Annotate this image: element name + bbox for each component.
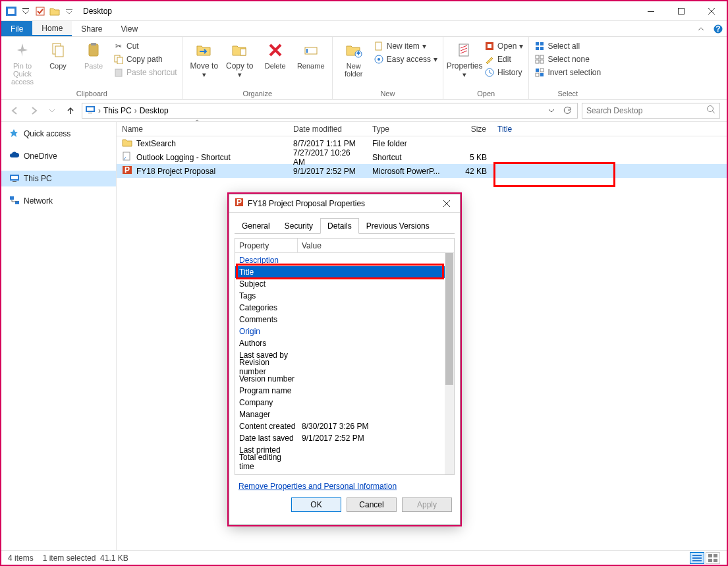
property-authors[interactable]: Authors [235, 337, 445, 349]
apply-button[interactable]: Apply [402, 497, 452, 512]
delete-button[interactable]: Delete [260, 40, 291, 70]
property-company[interactable]: Company [235, 397, 445, 409]
crumb-desktop[interactable]: Desktop [140, 106, 169, 115]
view-tab[interactable]: View [111, 21, 147, 36]
crumb-thispc[interactable]: This PC› [103, 106, 137, 115]
invert-selection-button[interactable]: Invert selection [534, 67, 601, 78]
property-revision-number[interactable]: Revision number [235, 361, 445, 373]
help-icon[interactable]: ? [710, 21, 727, 36]
minimize-button[interactable] [636, 1, 666, 21]
property-date-last-saved[interactable]: Date last saved9/1/2017 2:52 PM [235, 432, 445, 444]
tab-general[interactable]: General [235, 218, 277, 234]
copy-button[interactable]: Copy [42, 40, 74, 70]
svg-rect-2 [22, 8, 29, 9]
tab-details[interactable]: Details [320, 218, 359, 234]
new-folder-button[interactable]: ✦ New folder [338, 40, 370, 78]
tab-previous-versions[interactable]: Previous Versions [359, 218, 437, 234]
file-tab[interactable]: File [1, 21, 32, 36]
open-button[interactable]: Open ▾ [484, 41, 523, 51]
cancel-button[interactable]: Cancel [347, 497, 397, 512]
search-box[interactable] [582, 103, 720, 119]
remove-properties-link[interactable]: Remove Properties and Personal Informati… [238, 482, 451, 491]
details-col-value[interactable]: Value [298, 239, 454, 252]
group-select: Select all Select none Invert selection … [529, 37, 606, 99]
refresh-button[interactable] [560, 103, 574, 118]
up-button[interactable] [63, 103, 78, 118]
copy-path-button[interactable]: Copy path [113, 54, 177, 65]
property-total-editing-time[interactable]: Total editing time [235, 456, 445, 468]
invert-selection-icon [534, 67, 545, 78]
titlebar: Desktop [1, 1, 727, 21]
details-view-button[interactable] [690, 552, 704, 564]
details-list: Description Title Subject Tags Categorie… [235, 253, 445, 474]
col-type[interactable]: Type [367, 122, 446, 136]
qat-check-icon[interactable] [34, 5, 46, 17]
forward-button[interactable] [26, 103, 41, 118]
thumbnails-view-button[interactable] [706, 552, 720, 564]
chevron-right-icon[interactable]: › [98, 106, 101, 115]
new-item-button[interactable]: New item ▾ [374, 41, 437, 51]
search-input[interactable] [586, 106, 702, 115]
rename-icon [300, 40, 322, 61]
file-row[interactable]: Outlook Logging - Shortcut 7/27/2017 10:… [117, 150, 727, 164]
col-name[interactable]: Name [117, 122, 288, 136]
col-size[interactable]: Size [446, 122, 492, 136]
copy-to-button[interactable]: Copy to ▾ [224, 40, 256, 78]
details-col-property[interactable]: Property [235, 239, 298, 252]
svg-rect-36 [540, 69, 544, 72]
pin-quick-access-button[interactable]: Pin to Quick access [7, 40, 38, 86]
col-date[interactable]: Date modified [288, 122, 367, 136]
ok-button[interactable]: OK [291, 497, 341, 512]
tab-security[interactable]: Security [277, 218, 320, 234]
nav-thispc[interactable]: This PC [1, 171, 116, 186]
properties-button[interactable]: Properties ▾ [449, 40, 480, 78]
property-manager[interactable]: Manager [235, 409, 445, 420]
svg-rect-45 [13, 181, 16, 182]
select-none-button[interactable]: Select none [534, 54, 601, 65]
nav-quick-access[interactable]: Quick access [1, 126, 116, 142]
file-row-selected[interactable]: PFY18 Project Proposal 9/1/2017 2:52 PM … [117, 164, 727, 178]
select-all-button[interactable]: Select all [534, 41, 601, 51]
paste-shortcut-button[interactable]: Paste shortcut [113, 67, 177, 78]
property-version-number[interactable]: Version number [235, 373, 445, 385]
share-tab[interactable]: Share [72, 21, 111, 36]
search-icon[interactable] [706, 105, 715, 116]
pin-icon [12, 40, 33, 61]
history-button[interactable]: History [484, 67, 523, 78]
svg-rect-11 [89, 44, 98, 56]
svg-rect-21 [376, 42, 381, 50]
details-scrollbar[interactable] [445, 253, 454, 474]
edit-button[interactable]: Edit [484, 54, 523, 65]
maximize-button[interactable] [666, 1, 696, 21]
back-button[interactable] [8, 103, 22, 118]
nav-onedrive[interactable]: OneDrive [1, 148, 116, 164]
property-subject[interactable]: Subject [235, 278, 445, 290]
property-comments[interactable]: Comments [235, 314, 445, 325]
address-dropdown-button[interactable] [544, 103, 559, 118]
close-button[interactable] [696, 1, 727, 21]
file-row[interactable]: TextSearch 8/7/2017 1:11 PM File folder [117, 136, 727, 150]
nav-network[interactable]: Network [1, 193, 116, 209]
property-program-name[interactable]: Program name [235, 385, 445, 397]
property-categories[interactable]: Categories [235, 302, 445, 314]
home-tab[interactable]: Home [32, 21, 72, 36]
move-to-button[interactable]: Move to ▾ [188, 40, 220, 78]
rename-button[interactable]: Rename [295, 40, 327, 70]
dialog-close-button[interactable] [439, 196, 455, 212]
property-content-created[interactable]: Content created8/30/2017 3:26 PM [235, 420, 445, 432]
col-title[interactable]: Title [492, 122, 611, 136]
powerpoint-icon: P [122, 165, 132, 177]
cut-button[interactable]: ✂Cut [113, 41, 177, 51]
qat-overflow-icon[interactable] [63, 5, 75, 17]
group-open: Properties ▾ Open ▾ Edit History Open [443, 37, 529, 99]
pc-icon [9, 173, 20, 184]
qat-dropdown-icon[interactable] [20, 5, 32, 17]
paste-button[interactable]: Paste [78, 40, 109, 70]
svg-rect-55 [692, 560, 702, 561]
easy-access-button[interactable]: Easy access ▾ [374, 54, 437, 65]
address-bar[interactable]: › This PC› Desktop [82, 103, 578, 119]
recent-locations-button[interactable] [45, 103, 59, 118]
property-title[interactable]: Title [235, 266, 445, 278]
collapse-ribbon-icon[interactable] [692, 21, 710, 36]
property-tags[interactable]: Tags [235, 290, 445, 302]
